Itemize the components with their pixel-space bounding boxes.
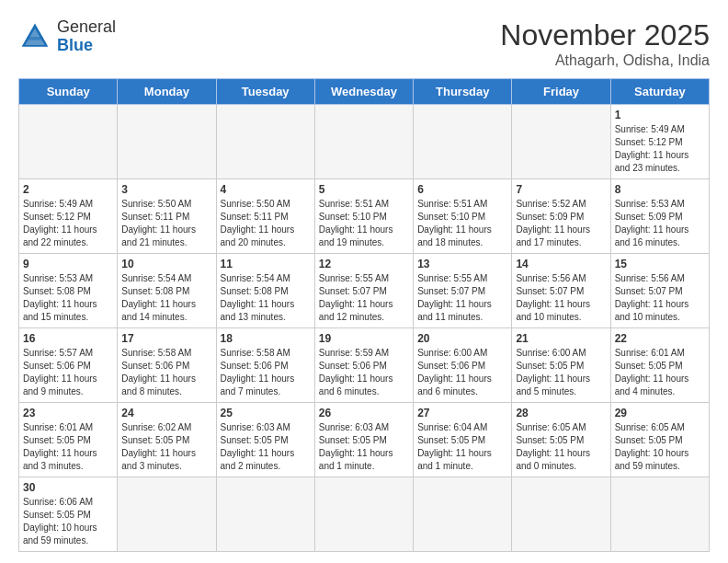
day-of-week-header: Monday [118,79,216,105]
day-number: 26 [319,407,409,419]
day-info: Sunrise: 5:57 AM Sunset: 5:06 PM Dayligh… [23,347,113,398]
day-number: 6 [417,183,507,196]
page-header: General Blue November 2025 Athagarh, Odi… [18,18,710,69]
calendar-day-cell: 22Sunrise: 6:01 AM Sunset: 5:05 PM Dayli… [610,328,709,403]
calendar-day-cell: 27Sunrise: 6:04 AM Sunset: 5:05 PM Dayli… [414,403,512,477]
calendar-day-cell: 16Sunrise: 5:57 AM Sunset: 5:06 PM Dayli… [19,328,118,403]
day-info: Sunrise: 5:49 AM Sunset: 5:12 PM Dayligh… [615,123,705,175]
day-info: Sunrise: 6:01 AM Sunset: 5:05 PM Dayligh… [615,347,705,398]
day-info: Sunrise: 5:51 AM Sunset: 5:10 PM Dayligh… [417,198,507,249]
day-info: Sunrise: 6:06 AM Sunset: 5:05 PM Dayligh… [23,496,113,547]
calendar-day-cell: 19Sunrise: 5:59 AM Sunset: 5:06 PM Dayli… [314,328,413,403]
day-number: 14 [516,258,606,270]
calendar-week-row: 30Sunrise: 6:06 AM Sunset: 5:05 PM Dayli… [19,477,710,552]
calendar-day-cell: 29Sunrise: 6:05 AM Sunset: 5:05 PM Dayli… [610,403,709,477]
svg-rect-2 [27,37,43,40]
calendar-day-cell [314,105,413,179]
calendar-day-cell: 14Sunrise: 5:56 AM Sunset: 5:07 PM Dayli… [512,254,610,328]
calendar-week-row: 2Sunrise: 5:49 AM Sunset: 5:12 PM Daylig… [19,179,710,254]
calendar-week-row: 9Sunrise: 5:53 AM Sunset: 5:08 PM Daylig… [19,254,710,328]
calendar-day-cell: 4Sunrise: 5:50 AM Sunset: 5:11 PM Daylig… [216,179,314,254]
logo-general: General [57,17,116,36]
day-info: Sunrise: 5:53 AM Sunset: 5:09 PM Dayligh… [615,198,705,249]
day-of-week-header: Friday [512,79,610,105]
calendar-day-cell: 21Sunrise: 6:00 AM Sunset: 5:05 PM Dayli… [512,328,610,403]
day-info: Sunrise: 6:04 AM Sunset: 5:05 PM Dayligh… [417,421,507,473]
day-number: 29 [615,407,705,419]
day-number: 24 [121,407,211,419]
day-info: Sunrise: 5:52 AM Sunset: 5:09 PM Dayligh… [516,198,606,249]
day-number: 23 [23,407,113,419]
day-info: Sunrise: 6:01 AM Sunset: 5:05 PM Dayligh… [23,421,113,473]
calendar-day-cell: 13Sunrise: 5:55 AM Sunset: 5:07 PM Dayli… [414,254,512,328]
day-number: 5 [319,183,409,196]
day-of-week-header: Thursday [414,79,512,105]
calendar-week-row: 23Sunrise: 6:01 AM Sunset: 5:05 PM Dayli… [19,403,710,477]
day-info: Sunrise: 5:53 AM Sunset: 5:08 PM Dayligh… [23,272,113,324]
logo-icon [18,20,51,53]
calendar-day-cell: 25Sunrise: 6:03 AM Sunset: 5:05 PM Dayli… [216,403,314,477]
day-number: 3 [121,183,211,196]
day-info: Sunrise: 5:55 AM Sunset: 5:07 PM Dayligh… [319,272,409,324]
calendar-day-cell: 28Sunrise: 6:05 AM Sunset: 5:05 PM Dayli… [512,403,610,477]
calendar-day-cell [414,477,512,552]
day-number: 20 [417,332,507,345]
logo-text: General Blue [57,18,116,55]
day-number: 12 [319,258,409,270]
calendar-day-cell [118,105,216,179]
calendar-day-cell [414,105,512,179]
day-info: Sunrise: 5:58 AM Sunset: 5:06 PM Dayligh… [221,347,311,398]
calendar-day-cell [216,105,314,179]
day-info: Sunrise: 5:56 AM Sunset: 5:07 PM Dayligh… [615,272,705,324]
calendar-day-cell [19,105,118,179]
day-number: 8 [615,183,705,196]
calendar-week-row: 1Sunrise: 5:49 AM Sunset: 5:12 PM Daylig… [19,105,710,179]
day-info: Sunrise: 5:49 AM Sunset: 5:12 PM Dayligh… [23,198,113,249]
day-number: 27 [417,407,507,419]
day-info: Sunrise: 5:50 AM Sunset: 5:11 PM Dayligh… [121,198,211,249]
day-number: 2 [23,183,113,196]
day-info: Sunrise: 6:03 AM Sunset: 5:05 PM Dayligh… [221,421,311,473]
day-number: 10 [121,258,211,270]
month-title: November 2025 [500,18,710,52]
day-number: 13 [417,258,507,270]
day-number: 9 [23,258,113,270]
day-number: 22 [615,332,705,345]
day-info: Sunrise: 5:50 AM Sunset: 5:11 PM Dayligh… [221,198,311,249]
day-number: 18 [221,332,311,345]
day-number: 30 [23,481,113,494]
calendar-day-cell [314,477,413,552]
day-number: 4 [221,183,311,196]
calendar-header-row: SundayMondayTuesdayWednesdayThursdayFrid… [19,79,710,105]
calendar-day-cell: 8Sunrise: 5:53 AM Sunset: 5:09 PM Daylig… [610,179,709,254]
day-info: Sunrise: 6:02 AM Sunset: 5:05 PM Dayligh… [121,421,211,473]
day-info: Sunrise: 5:54 AM Sunset: 5:08 PM Dayligh… [221,272,311,324]
day-number: 19 [319,332,409,345]
day-info: Sunrise: 6:03 AM Sunset: 5:05 PM Dayligh… [319,421,409,473]
calendar-day-cell [512,105,610,179]
calendar-day-cell: 3Sunrise: 5:50 AM Sunset: 5:11 PM Daylig… [118,179,216,254]
calendar-day-cell: 30Sunrise: 6:06 AM Sunset: 5:05 PM Dayli… [19,477,118,552]
logo-blue: Blue [57,36,93,54]
location-subtitle: Athagarh, Odisha, India [500,52,710,69]
day-of-week-header: Wednesday [314,79,413,105]
day-info: Sunrise: 6:00 AM Sunset: 5:06 PM Dayligh… [417,347,507,398]
calendar-day-cell: 11Sunrise: 5:54 AM Sunset: 5:08 PM Dayli… [216,254,314,328]
calendar-day-cell: 1Sunrise: 5:49 AM Sunset: 5:12 PM Daylig… [610,105,709,179]
day-of-week-header: Sunday [19,79,118,105]
calendar-table: SundayMondayTuesdayWednesdayThursdayFrid… [18,78,710,552]
calendar-day-cell [118,477,216,552]
calendar-day-cell: 26Sunrise: 6:03 AM Sunset: 5:05 PM Dayli… [314,403,413,477]
day-number: 15 [615,258,705,270]
day-number: 21 [516,332,606,345]
day-info: Sunrise: 6:05 AM Sunset: 5:05 PM Dayligh… [516,421,606,473]
calendar-day-cell: 18Sunrise: 5:58 AM Sunset: 5:06 PM Dayli… [216,328,314,403]
day-number: 16 [23,332,113,345]
day-number: 28 [516,407,606,419]
day-info: Sunrise: 5:56 AM Sunset: 5:07 PM Dayligh… [516,272,606,324]
day-info: Sunrise: 5:54 AM Sunset: 5:08 PM Dayligh… [121,272,211,324]
calendar-day-cell: 15Sunrise: 5:56 AM Sunset: 5:07 PM Dayli… [610,254,709,328]
logo: General Blue [18,18,116,55]
calendar-week-row: 16Sunrise: 5:57 AM Sunset: 5:06 PM Dayli… [19,328,710,403]
day-number: 25 [221,407,311,419]
